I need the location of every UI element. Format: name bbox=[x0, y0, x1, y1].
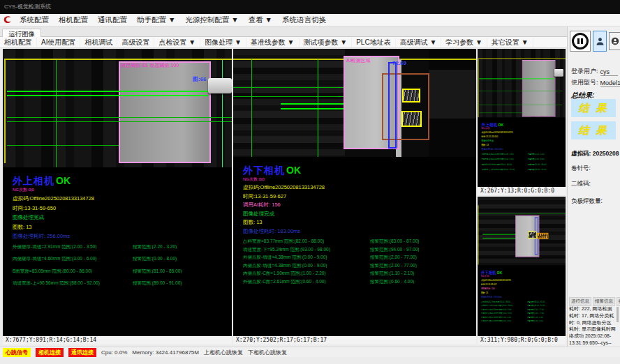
barcode-line: 虚拟码:Offline20250208133134728 bbox=[13, 196, 232, 202]
qr-code-label: 二维码: bbox=[571, 180, 591, 188]
cpu-usage: Cpu: 0.0% bbox=[101, 349, 127, 356]
needle-number-label: 卷针号: bbox=[571, 165, 591, 173]
pixel-coords-readout: X:270;Y:2502;R:17;G:17;B:17 bbox=[233, 336, 476, 344]
thumbnail-upper-camera[interactable]: 外上相机OK NG次数:0|0 虚拟码:Offline2025020813313… bbox=[478, 49, 566, 195]
pixel-coords-readout: X:311;Y:980;R:0;G:0;B:0 bbox=[478, 336, 566, 344]
menu-item[interactable]: 相机配置 bbox=[54, 15, 93, 25]
measure-line bbox=[7, 145, 119, 146]
edge-line bbox=[222, 60, 223, 167]
reference-line bbox=[56, 60, 57, 167]
toolbar-item[interactable]: AI使用配置 bbox=[37, 38, 80, 47]
pixel-coords-readout: X:7677;Y:891;R:14;G:14;B:14 bbox=[3, 336, 232, 344]
pause-button[interactable] bbox=[570, 31, 591, 52]
pixel-coords-readout: X:267;Y:13;R:0;G:0;B:0 bbox=[478, 187, 566, 195]
log-tab[interactable]: 统计信息 bbox=[617, 297, 620, 306]
time-line: 时间:13-31-59-627 bbox=[243, 194, 476, 199]
log-scrollbar[interactable] bbox=[617, 307, 619, 322]
defect-highlight-rect bbox=[401, 111, 422, 127]
done-line: 图像处理完成 bbox=[13, 215, 232, 220]
login-user-value[interactable]: cys bbox=[600, 68, 618, 76]
threshold-overlay-label: 固定阈值:93, 动态阈值:100 bbox=[121, 63, 179, 68]
result-text-lower: 外下相机OK NG次数:0|0 虚拟码:Offline2025020813313… bbox=[233, 157, 476, 336]
window-title: CYS-视觉检测系统 bbox=[4, 3, 51, 10]
toolbar-item[interactable]: 图像处理 ▼ bbox=[200, 38, 246, 47]
measurement-list: 外侧壁厚-填缝=2.91mm 范围:(2.00 - 3.50)报警范围:(2.2… bbox=[13, 245, 232, 286]
baseline-line bbox=[6, 59, 232, 60]
ng-count: NG次数:0|0 bbox=[13, 188, 232, 192]
thumbnail-content: 外上相机OK NG次数:0|0 虚拟码:Offline2025020813313… bbox=[478, 49, 566, 192]
value-overlay-label: 图:66 bbox=[193, 77, 207, 82]
comm-connection-badge: 通讯连接 bbox=[68, 348, 96, 357]
model-row: 使用型号: Model1 bbox=[571, 78, 618, 87]
measure-line bbox=[281, 103, 350, 105]
weld-count-label: 负极焊数量: bbox=[571, 197, 603, 206]
model-label: 使用型号: bbox=[571, 78, 598, 87]
app-logo-icon bbox=[3, 15, 12, 24]
time-line: 时间:13-31-59-650 bbox=[13, 206, 232, 211]
toolbar-item[interactable]: 高级调试 ▼ bbox=[396, 38, 442, 47]
window-titlebar: CYS-视觉检测系统 bbox=[0, 0, 620, 14]
result-text-upper: 外上相机OK NG次数:0|0 虚拟码:Offline2025020813313… bbox=[3, 167, 232, 336]
tab-strip: 运行图像 bbox=[0, 26, 620, 37]
measurement-row: 填缝宽度-下=95.24mm 范围:(93.00 - 98.00)报警范围:(9… bbox=[243, 248, 476, 252]
roi-rect-blue[interactable] bbox=[388, 62, 397, 149]
camera-image-upper[interactable]: 固定阈值:93, 动态阈值:100 图:66 bbox=[3, 49, 232, 167]
result-box-upper: 结 果 bbox=[571, 99, 616, 117]
value-overlay-label: 72.69 bbox=[392, 61, 406, 66]
measure-line bbox=[479, 78, 554, 79]
measurement-row: 外侧壁厚-填缝=2.91mm 范围:(2.00 - 3.50)报警范围:(2.2… bbox=[13, 245, 232, 250]
measurement-list: 占料宽度=83.77mm 范围:(82.00 - 88.00)报警范围:(83.… bbox=[243, 239, 476, 284]
ai-time-line: 调用AI耗时: 156 bbox=[243, 202, 476, 208]
user-switch-icon bbox=[611, 36, 619, 46]
menu-item[interactable]: 光源控制配置 ▼ bbox=[180, 15, 243, 25]
measurement-row: B面宽度=83.05mm 范围:(80.00 - 86.00)报警范围:(81.… bbox=[13, 269, 232, 274]
ng-count: NG次数:0|0 bbox=[243, 177, 476, 181]
toolbar-item[interactable]: 高级设置 bbox=[117, 38, 154, 47]
toolbar-item[interactable]: PLC地址表 bbox=[352, 38, 395, 47]
toolbar-item[interactable]: 相机配置 bbox=[0, 38, 37, 47]
toolbar-item[interactable]: 测试项参数 ▼ bbox=[300, 38, 353, 47]
toolbar: 相机配置 AI使用配置 相机调试 高级设置 点检设置 ▼ 图像处理 ▼ 基准线参… bbox=[0, 37, 567, 48]
menu-item[interactable]: 通讯配置 bbox=[93, 15, 132, 25]
toolbar-item[interactable]: 其它设置 ▼ bbox=[487, 38, 533, 47]
process-time-line: 图像处理耗时: 256.00ms bbox=[13, 234, 232, 239]
menu-item[interactable]: 查看 ▼ bbox=[244, 15, 277, 25]
menu-bar: 系统配置 相机配置 通讯配置 助手配置 ▼ 光源控制配置 ▼ 查看 ▼ 系统语言… bbox=[0, 14, 620, 26]
toolbar-item[interactable]: 基准线参数 ▼ bbox=[246, 38, 300, 47]
lower-camera-heartbeat: 下相机心跳恢复 bbox=[248, 349, 287, 356]
connector-part bbox=[208, 78, 232, 93]
thumbnail-lower-camera[interactable]: 外下相机OK NG次数:0|0 虚拟码:Offline2025020813313… bbox=[478, 197, 566, 344]
login-user-button[interactable] bbox=[593, 31, 607, 52]
measure-line bbox=[7, 91, 208, 92]
defect-highlight-rect bbox=[528, 232, 536, 238]
measurement-row: 外侧点胶-C面=2.61mm 范围:(0.60 - 4.00)报警范围:(0.6… bbox=[243, 280, 476, 285]
switch-user-button[interactable] bbox=[609, 32, 620, 50]
measure-line bbox=[281, 108, 350, 109]
menu-item[interactable]: 助手配置 ▼ bbox=[132, 15, 180, 25]
menu-item[interactable]: 系统语言切换 bbox=[277, 15, 331, 25]
toolbar-item[interactable]: 相机调试 bbox=[80, 38, 117, 47]
toolbar-item[interactable]: 学习参数 ▼ bbox=[441, 38, 487, 47]
measure-line bbox=[7, 95, 208, 96]
process-time-line: 图像处理耗时: 183.00ms bbox=[243, 229, 476, 234]
calibration-line bbox=[478, 58, 479, 117]
machine-band bbox=[429, 70, 476, 119]
user-icon bbox=[596, 36, 605, 47]
model-value[interactable]: Model1 bbox=[600, 79, 620, 87]
login-user-row: 登录用户: cys bbox=[571, 67, 618, 76]
camera-name: 外上相机 bbox=[13, 175, 54, 188]
baseline-line bbox=[479, 58, 566, 59]
camera-connection-badge: 相机连接 bbox=[36, 348, 64, 357]
status-ok: OK bbox=[56, 175, 71, 186]
defect-highlight-rect bbox=[537, 233, 548, 239]
camera-image-lower[interactable]: AI检测区域 72.69 bbox=[233, 49, 476, 157]
measure-line bbox=[7, 121, 232, 122]
toolbar-item[interactable]: 点检设置 ▼ bbox=[154, 38, 200, 47]
measure-line bbox=[7, 117, 232, 118]
menu-item[interactable]: 系统配置 bbox=[15, 15, 54, 25]
sidebar-buttons bbox=[570, 31, 620, 52]
status-bar: 心跳信号 相机连接 通讯连接 Cpu: 0.0% Memory: 3424.41… bbox=[0, 347, 620, 357]
measurement-row: 内侧壁厚-填缝=4.60mm 范围:(3.00 - 6.00)报警范围:(0.0… bbox=[13, 257, 232, 261]
app-window: CYS-视觉检测系统 系统配置 相机配置 通讯配置 助手配置 ▼ 光源控制配置 … bbox=[0, 0, 620, 364]
memory-usage: Memory: 3424.41796875M bbox=[132, 349, 199, 356]
